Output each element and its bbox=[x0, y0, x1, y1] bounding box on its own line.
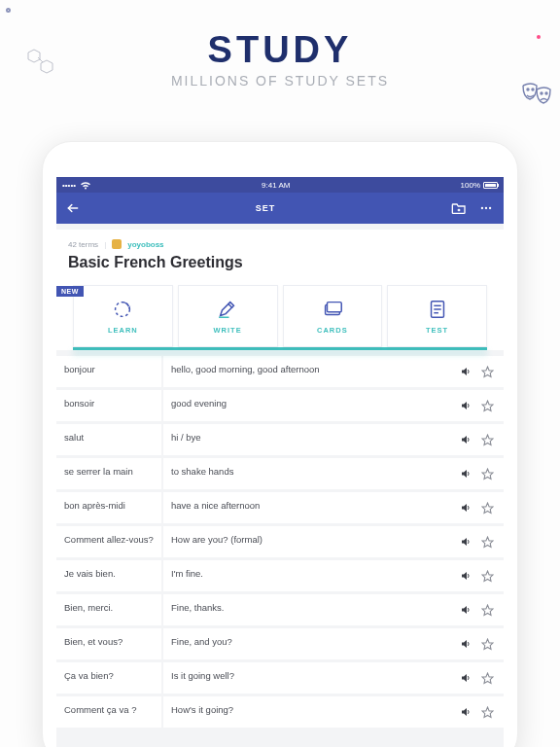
star-button[interactable] bbox=[481, 468, 494, 480]
more-button[interactable] bbox=[478, 201, 494, 215]
term-row[interactable]: Je vais bien.I'm fine. bbox=[56, 560, 504, 591]
avatar bbox=[112, 239, 122, 249]
definition-text: I'm fine. bbox=[163, 560, 460, 591]
svg-marker-30 bbox=[482, 639, 493, 649]
svg-marker-32 bbox=[482, 707, 493, 717]
term-row[interactable]: Bien, merci.Fine, thanks. bbox=[56, 594, 504, 625]
term-row[interactable]: bonjourhello, good morning, good afterno… bbox=[56, 356, 504, 387]
status-bar: ••••• 9:41 AM 100% bbox=[56, 177, 504, 193]
term-row[interactable]: Ça va bien?Is it going well? bbox=[56, 662, 504, 694]
star-button[interactable] bbox=[481, 400, 494, 412]
term-row[interactable]: bonsoirgood evening bbox=[56, 390, 504, 421]
star-button[interactable] bbox=[481, 706, 494, 719]
theater-masks-icon bbox=[519, 78, 554, 113]
audio-button[interactable] bbox=[460, 468, 472, 480]
mode-label: LEARN bbox=[108, 326, 138, 335]
svg-point-4 bbox=[532, 89, 534, 90]
audio-button[interactable] bbox=[460, 570, 472, 582]
decoration-dot-red bbox=[537, 35, 541, 39]
nav-bar: SET bbox=[56, 193, 504, 224]
add-folder-button[interactable] bbox=[451, 201, 467, 215]
definition-text: How are you? (formal) bbox=[163, 526, 460, 557]
audio-button[interactable] bbox=[460, 604, 472, 616]
definition-text: Is it going well? bbox=[163, 662, 460, 694]
term-row[interactable]: Comment allez-vous?How are you? (formal) bbox=[56, 526, 504, 557]
audio-button[interactable] bbox=[460, 536, 472, 548]
definition-text: to shake hands bbox=[163, 458, 460, 489]
terms-list: bonjourhello, good morning, good afterno… bbox=[56, 356, 504, 728]
svg-marker-31 bbox=[482, 673, 493, 683]
username[interactable]: yoyoboss bbox=[127, 240, 163, 249]
svg-marker-26 bbox=[482, 503, 493, 513]
term-text: bonsoir bbox=[56, 390, 163, 421]
audio-button[interactable] bbox=[460, 400, 472, 411]
learn-icon bbox=[111, 299, 134, 320]
set-header: 42 terms | yoyoboss Basic French Greetin… bbox=[56, 230, 504, 350]
divider: | bbox=[104, 240, 106, 249]
status-time: 9:41 AM bbox=[91, 181, 461, 190]
mode-write[interactable]: WRITE bbox=[178, 285, 278, 347]
new-badge: NEW bbox=[56, 286, 84, 297]
term-row[interactable]: bon après-midihave a nice afternoon bbox=[56, 492, 504, 523]
set-title: Basic French Greetings bbox=[68, 254, 492, 271]
star-button[interactable] bbox=[481, 672, 494, 685]
study-modes: LEARN WRITE CARDS bbox=[68, 271, 492, 347]
definition-text: Fine, and you? bbox=[163, 628, 460, 659]
audio-button[interactable] bbox=[460, 638, 472, 650]
svg-point-6 bbox=[545, 92, 547, 94]
svg-marker-27 bbox=[482, 537, 493, 547]
audio-button[interactable] bbox=[460, 672, 472, 684]
term-row[interactable]: Bien, et vous?Fine, and you? bbox=[56, 628, 504, 659]
term-row[interactable]: Comment ça va ?How's it going? bbox=[56, 696, 504, 728]
svg-point-5 bbox=[541, 92, 542, 94]
decoration-dot-blue bbox=[6, 8, 11, 13]
term-row[interactable]: se serrer la mainto shake hands bbox=[56, 458, 504, 489]
mode-label: CARDS bbox=[317, 326, 348, 335]
term-text: bonjour bbox=[56, 356, 163, 387]
definition-text: have a nice afternoon bbox=[163, 492, 460, 523]
tablet-frame: ••••• 9:41 AM 100% SET bbox=[42, 141, 518, 747]
audio-button[interactable] bbox=[460, 434, 472, 445]
audio-button[interactable] bbox=[460, 706, 472, 718]
svg-marker-0 bbox=[28, 50, 40, 62]
audio-button[interactable] bbox=[460, 366, 472, 377]
term-row[interactable]: saluthi / bye bbox=[56, 424, 504, 455]
hero-subtitle: MILLIONS OF STUDY SETS bbox=[0, 73, 560, 89]
audio-button[interactable] bbox=[460, 502, 472, 514]
back-button[interactable] bbox=[66, 201, 80, 215]
wifi-icon bbox=[80, 181, 91, 190]
mode-test[interactable]: TEST bbox=[387, 285, 487, 347]
star-button[interactable] bbox=[481, 604, 494, 617]
definition-text: Fine, thanks. bbox=[163, 594, 460, 625]
definition-text: How's it going? bbox=[163, 696, 460, 728]
molecule-icon bbox=[24, 44, 63, 83]
svg-marker-28 bbox=[482, 571, 493, 581]
term-text: Comment allez-vous? bbox=[56, 526, 163, 557]
svg-point-10 bbox=[481, 207, 483, 209]
battery-icon bbox=[483, 182, 498, 189]
term-text: Bien, et vous? bbox=[56, 628, 163, 659]
term-text: Ça va bien? bbox=[56, 662, 163, 694]
star-button[interactable] bbox=[481, 570, 494, 583]
definition-text: hi / bye bbox=[163, 424, 460, 455]
star-button[interactable] bbox=[481, 366, 494, 378]
definition-text: hello, good morning, good afternoon bbox=[163, 356, 460, 387]
mode-learn[interactable]: LEARN bbox=[73, 285, 173, 347]
definition-text: good evening bbox=[163, 390, 460, 421]
star-button[interactable] bbox=[481, 434, 494, 446]
svg-marker-24 bbox=[482, 435, 493, 445]
svg-marker-22 bbox=[482, 367, 493, 376]
svg-rect-17 bbox=[327, 302, 341, 311]
term-text: Comment ça va ? bbox=[56, 696, 163, 728]
mode-cards[interactable]: CARDS bbox=[283, 285, 383, 347]
svg-marker-25 bbox=[482, 469, 493, 479]
star-button[interactable] bbox=[481, 502, 494, 515]
svg-marker-29 bbox=[482, 605, 493, 615]
svg-marker-23 bbox=[482, 401, 493, 410]
star-button[interactable] bbox=[481, 536, 494, 549]
battery-percent: 100% bbox=[461, 181, 480, 190]
cards-icon bbox=[321, 299, 344, 320]
term-text: salut bbox=[56, 424, 163, 455]
signal-dots: ••••• bbox=[62, 181, 76, 190]
star-button[interactable] bbox=[481, 638, 494, 651]
